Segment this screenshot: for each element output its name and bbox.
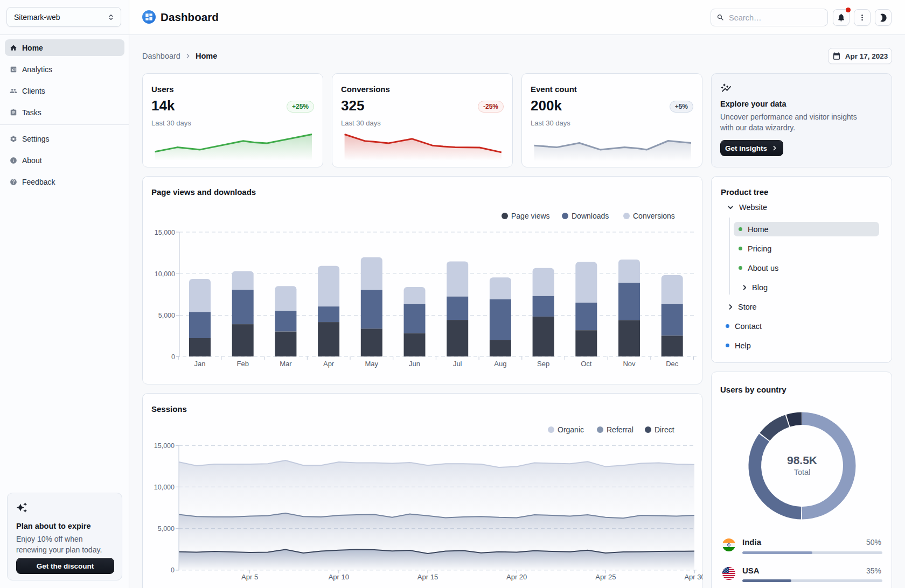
svg-text:Apr 15: Apr 15 [417, 573, 438, 581]
svg-text:Apr 10: Apr 10 [329, 573, 349, 581]
svg-text:Feb: Feb [236, 360, 248, 368]
svg-text:Referral: Referral [607, 425, 634, 434]
svg-text:Direct: Direct [655, 425, 674, 434]
svg-text:Jul: Jul [453, 360, 462, 368]
svg-text:15,000: 15,000 [155, 229, 175, 236]
svg-text:Apr 5: Apr 5 [241, 573, 258, 581]
svg-text:0: 0 [171, 566, 175, 574]
svg-text:Conversions: Conversions [633, 212, 675, 220]
svg-text:5,000: 5,000 [158, 312, 175, 319]
svg-text:Apr 30: Apr 30 [684, 573, 703, 581]
svg-text:Oct: Oct [581, 360, 592, 368]
svg-text:Nov: Nov [623, 360, 636, 368]
svg-text:Mar: Mar [280, 360, 292, 368]
svg-text:Organic: Organic [558, 425, 584, 434]
svg-text:Page views: Page views [511, 212, 550, 220]
svg-text:5,000: 5,000 [158, 525, 175, 533]
svg-text:Sep: Sep [537, 360, 549, 368]
svg-text:May: May [365, 360, 379, 368]
svg-text:Aug: Aug [494, 360, 506, 368]
svg-text:Downloads: Downloads [572, 212, 609, 220]
svg-text:Apr 25: Apr 25 [595, 573, 616, 581]
svg-text:Apr: Apr [323, 360, 335, 368]
svg-text:0: 0 [171, 353, 175, 361]
svg-text:Jan: Jan [194, 360, 206, 368]
svg-text:10,000: 10,000 [155, 270, 175, 278]
svg-text:Dec: Dec [666, 360, 679, 368]
svg-text:Jun: Jun [409, 360, 420, 368]
svg-text:10,000: 10,000 [154, 484, 175, 491]
svg-text:15,000: 15,000 [154, 442, 175, 450]
svg-text:Apr 20: Apr 20 [506, 573, 527, 581]
